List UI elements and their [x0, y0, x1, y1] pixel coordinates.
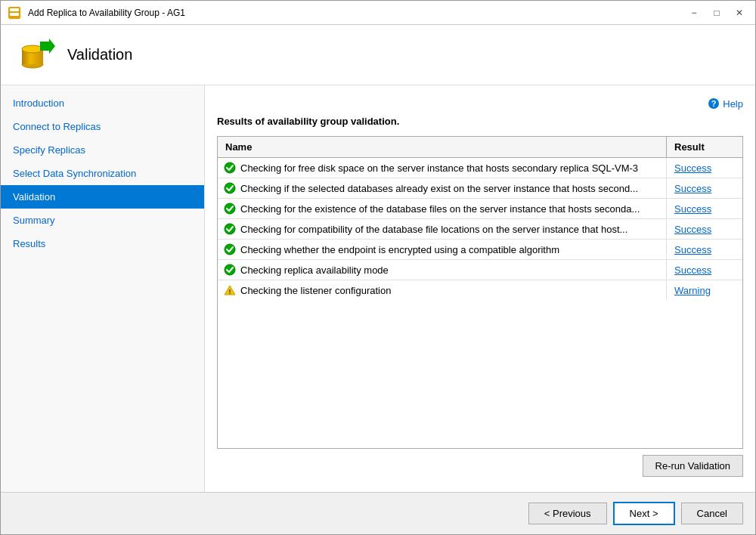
sidebar-item-introduction[interactable]: Introduction	[1, 91, 204, 115]
sidebar-item-datasync[interactable]: Select Data Synchronization	[1, 162, 204, 185]
result-link[interactable]: Success	[674, 224, 711, 235]
sidebar-item-specify[interactable]: Specify Replicas	[1, 138, 204, 162]
table-row: ! Checking the listener configuration Wa…	[218, 280, 742, 300]
result-link[interactable]: Success	[674, 162, 711, 174]
result-link[interactable]: Success	[674, 244, 711, 255]
cell-name: Checking for free disk space on the serv…	[218, 158, 667, 178]
header-icon	[16, 36, 55, 75]
cell-name: ! Checking the listener configuration	[218, 280, 667, 300]
sidebar-item-connect[interactable]: Connect to Replicas	[1, 115, 204, 138]
help-row: ? Help	[217, 97, 743, 110]
svg-point-6	[22, 45, 43, 53]
rerun-area: Re-run Validation	[217, 449, 743, 480]
bottom-bar: < Previous Next > Cancel	[1, 492, 755, 534]
cell-name: Checking replica availability mode	[218, 260, 667, 280]
result-link[interactable]: Success	[674, 203, 711, 215]
row-name-text: Checking for compatibility of the databa…	[240, 224, 627, 235]
help-link[interactable]: ? Help	[708, 97, 743, 110]
row-name-text: Checking replica availability mode	[240, 264, 389, 276]
cell-name: Checking whether the endpoint is encrypt…	[218, 240, 667, 259]
table-row: Checking for free disk space on the serv…	[218, 158, 742, 178]
close-button[interactable]: ✕	[730, 5, 749, 20]
window-title: Add Replica to Availability Group - AG1	[28, 8, 684, 18]
help-icon: ?	[708, 97, 720, 110]
result-link[interactable]: Success	[674, 264, 711, 276]
sidebar-item-validation[interactable]: Validation	[1, 185, 204, 209]
sidebar-item-results[interactable]: Results	[1, 232, 204, 255]
cell-result[interactable]: Success	[667, 240, 742, 259]
previous-button[interactable]: < Previous	[528, 503, 607, 524]
cell-result[interactable]: Success	[667, 179, 742, 198]
app-icon	[7, 5, 22, 20]
success-icon	[224, 243, 236, 255]
bottom-buttons: < Previous Next > Cancel	[528, 502, 743, 525]
success-icon	[224, 203, 236, 215]
row-name-text: Checking the listener configuration	[240, 285, 391, 296]
maximize-button[interactable]: □	[707, 5, 727, 20]
result-link[interactable]: Warning	[674, 285, 711, 296]
help-label: Help	[723, 98, 743, 110]
table-row: Checking whether the endpoint is encrypt…	[218, 240, 742, 260]
row-name-text: Checking for free disk space on the serv…	[240, 162, 638, 174]
rerun-validation-button[interactable]: Re-run Validation	[643, 455, 743, 477]
row-name-text: Checking whether the endpoint is encrypt…	[240, 244, 559, 255]
svg-text:?: ?	[711, 99, 717, 108]
svg-rect-2	[10, 13, 19, 16]
page-title: Validation	[67, 46, 132, 63]
success-icon	[224, 223, 236, 235]
cancel-button[interactable]: Cancel	[681, 503, 743, 524]
svg-rect-1	[10, 8, 19, 11]
success-icon	[224, 264, 236, 276]
cell-result[interactable]: Success	[667, 199, 742, 218]
title-bar-controls: − □ ✕	[684, 5, 749, 20]
table-row: Checking if the selected databases alrea…	[218, 178, 742, 199]
success-icon	[224, 162, 236, 174]
col-result-header: Result	[667, 137, 742, 157]
validation-table: Name Result Checking for free disk space…	[217, 136, 743, 449]
next-button[interactable]: Next >	[613, 502, 675, 525]
results-header: Results of availability group validation…	[217, 116, 743, 127]
minimize-button[interactable]: −	[684, 5, 704, 20]
row-name-text: Checking if the selected databases alrea…	[240, 183, 638, 194]
success-icon	[224, 182, 236, 194]
table-body: Checking for free disk space on the serv…	[218, 158, 742, 300]
svg-text:!: !	[229, 288, 231, 295]
warning-icon: !	[224, 284, 236, 296]
result-link[interactable]: Success	[674, 183, 711, 194]
row-name-text: Checking for the existence of the databa…	[240, 203, 640, 215]
cell-name: Checking for the existence of the databa…	[218, 199, 667, 218]
main-area: Introduction Connect to Replicas Specify…	[1, 85, 755, 492]
table-row: Checking for the existence of the databa…	[218, 199, 742, 219]
cell-name: Checking if the selected databases alrea…	[218, 178, 667, 198]
col-name-header: Name	[218, 137, 667, 157]
table-row: Checking replica availability mode Succe…	[218, 260, 742, 280]
cell-result[interactable]: Warning	[667, 281, 742, 300]
sidebar: Introduction Connect to Replicas Specify…	[1, 85, 205, 492]
content-area: ? Help Results of availability group val…	[205, 85, 755, 492]
sidebar-item-summary[interactable]: Summary	[1, 209, 204, 232]
table-row: Checking for compatibility of the databa…	[218, 219, 742, 240]
title-bar: Add Replica to Availability Group - AG1 …	[1, 1, 755, 25]
cell-result[interactable]: Success	[667, 159, 742, 178]
header: Validation	[1, 25, 755, 85]
cell-name: Checking for compatibility of the databa…	[218, 219, 667, 239]
cell-result[interactable]: Success	[667, 261, 742, 280]
main-window: Add Replica to Availability Group - AG1 …	[0, 0, 756, 535]
table-header: Name Result	[218, 137, 742, 158]
cell-result[interactable]: Success	[667, 220, 742, 239]
